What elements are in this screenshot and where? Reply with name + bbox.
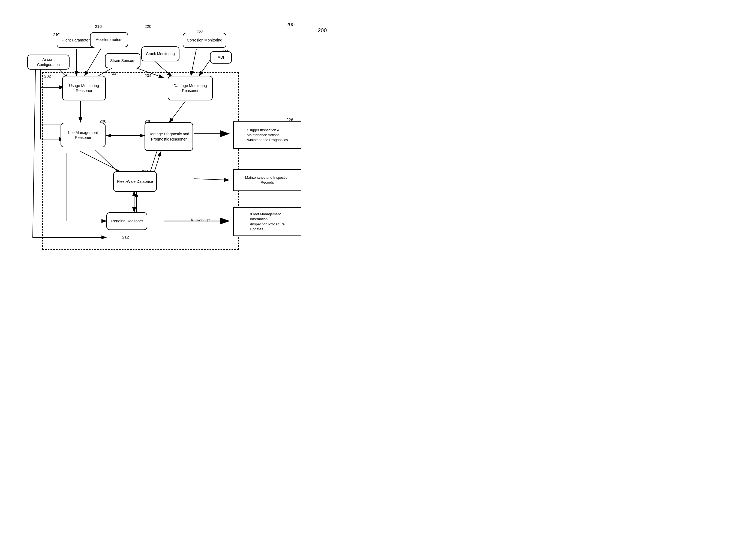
box226-line1: •Trigger Inspection & — [247, 128, 288, 133]
box228-line3: •Inspection Procedure — [250, 222, 284, 227]
box228-line4: Updates — [250, 227, 284, 232]
ref-202: 202 — [44, 74, 51, 78]
adi-node: ADI — [210, 51, 232, 64]
accelerometers-node: Accelerometers — [90, 32, 128, 47]
box228-line1: •Fleet Management — [250, 212, 284, 217]
crack-monitoring-node: Crack Monitoring — [141, 46, 179, 61]
ref-204: 204 — [145, 73, 151, 78]
diagram: 200 218 216 220 220 222 224 202 204 206 … — [0, 0, 378, 274]
box226-line2: Maintenance Actions — [247, 133, 288, 137]
ref-216: 216 — [95, 24, 102, 29]
svg-line-10 — [191, 49, 196, 76]
box226-line3: •Maintenance Prognostics — [247, 137, 288, 142]
usage-monitoring-reasoner-node: Usage Monitoring Reasoner — [62, 76, 106, 100]
damage-diagnostic-node: Damage Diagnostic and Prognostic Reasone… — [145, 122, 193, 151]
box228-line2: Information — [250, 217, 284, 221]
output-box-226: •Trigger Inspection & Maintenance Action… — [233, 121, 301, 149]
ref-200: 200 — [286, 22, 295, 28]
ref-220-top: 220 — [145, 24, 151, 29]
life-management-reasoner-node: LIfe Management Reasoner — [61, 123, 106, 147]
ref-214: 214 — [112, 71, 119, 76]
fleet-wide-database-node: Fleet-Wide Database — [113, 171, 157, 192]
knowledge-label: Knowledge — [191, 218, 210, 222]
damage-monitoring-reasoner-node: Damage Monitoring Reasoner — [168, 76, 213, 100]
aircraft-configuration-node: Aircraft Configuration — [27, 55, 70, 70]
trending-reasoner-node: Trending Reasoner — [106, 212, 147, 230]
output-box-227: Maintenance and Inspection Records — [233, 169, 301, 191]
corrosion-monitoring-node: Corrosion Monitoring — [183, 33, 226, 48]
svg-line-5 — [85, 49, 101, 76]
output-box-228: •Fleet Management Information •Inspectio… — [233, 207, 301, 236]
box227-line1: Maintenance and Inspection — [245, 175, 290, 180]
ref-212: 212 — [122, 235, 129, 239]
ref-200-label: 200 — [318, 27, 327, 34]
box227-line2: Records — [245, 180, 290, 185]
strain-sensors-node: Strain Sensors — [105, 53, 140, 68]
